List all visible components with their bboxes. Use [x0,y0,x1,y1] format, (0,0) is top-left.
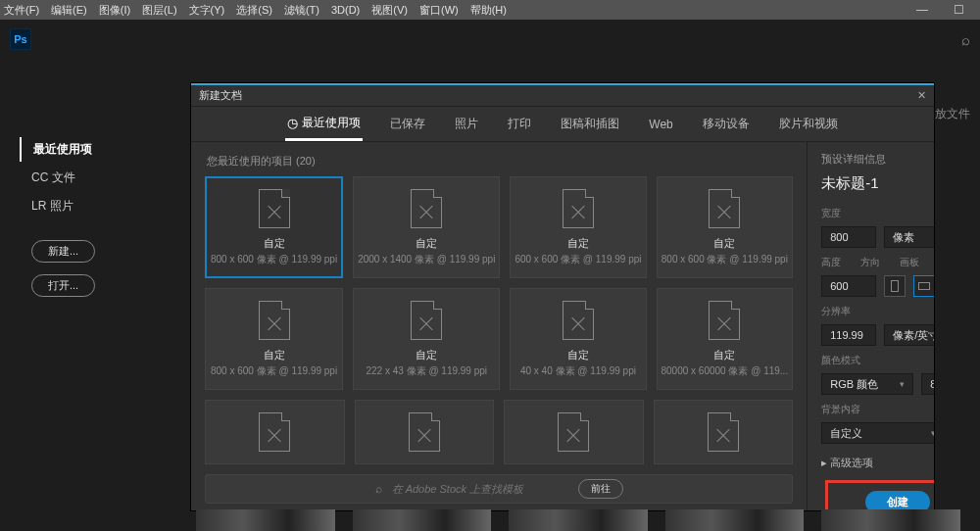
create-button[interactable]: 创建 [865,491,930,510]
search-icon: ⌕ [375,482,382,496]
bit-depth-select[interactable]: 8 位▾ [921,373,934,395]
preset-grid: 自定800 x 600 像素 @ 119.99 ppi 自定2000 x 140… [205,176,793,390]
orientation-portrait[interactable] [884,275,906,297]
tab-photo[interactable]: 照片 [453,107,480,141]
sidebar-item-recent[interactable]: 最近使用项 [20,137,167,162]
recent-label: 您最近使用的项目 (20) [207,154,793,169]
drop-hint: 放文件 [935,106,970,122]
create-highlight: 创建 [825,480,934,510]
advanced-toggle[interactable]: ▸ 高级选项 [821,456,934,470]
preset-card[interactable]: 自定2000 x 1400 像素 @ 119.99 ppi [353,176,500,278]
tab-web[interactable]: Web [647,107,674,141]
menu-image[interactable]: 图像(I) [99,3,130,18]
close-icon[interactable]: ✕ [917,89,926,102]
height-input[interactable]: 600 [821,275,876,297]
color-mode-select[interactable]: RGB 颜色▾ [821,373,913,395]
preset-card[interactable]: 自定40 x 40 像素 @ 119.99 ppi [510,288,646,390]
category-tabs: ◷最近使用项 已保存 照片 打印 图稿和插图 Web 移动设备 胶片和视频 [191,107,934,142]
resolution-label: 分辨率 [821,305,934,318]
details-header: 预设详细信息 [821,152,934,167]
sidebar-item-cc[interactable]: CC 文件 [20,166,167,190]
stock-search-bar: ⌕ 前往 [205,474,793,504]
stock-search-input[interactable] [392,483,568,495]
tab-recent[interactable]: ◷最近使用项 [285,107,363,141]
background-thumbnails [176,509,980,531]
menu-view[interactable]: 视图(V) [371,3,408,18]
presets-area: 您最近使用的项目 (20) 自定800 x 600 像素 @ 119.99 pp… [191,142,808,510]
width-input[interactable]: 800 [821,226,876,248]
menu-edit[interactable]: 编辑(E) [51,3,87,18]
menu-layer[interactable]: 图层(L) [142,3,176,18]
tab-saved[interactable]: 已保存 [388,107,427,141]
tab-mobile[interactable]: 移动设备 [701,107,752,141]
preset-card[interactable]: 自定80000 x 60000 像素 @ 119... [657,288,794,390]
background-select[interactable]: 自定义▾ [821,422,934,444]
background-label: 背景内容 [821,403,934,416]
orientation-label: 方向 [860,256,880,269]
menu-filter[interactable]: 滤镜(T) [284,3,319,18]
orientation-landscape[interactable] [913,275,934,297]
menu-type[interactable]: 文字(Y) [189,3,225,18]
logo-row: Ps ⌕ [0,20,980,59]
preset-card[interactable]: 自定222 x 43 像素 @ 119.99 ppi [353,288,500,390]
search-icon[interactable]: ⌕ [961,31,970,48]
app-logo: Ps [10,28,31,50]
maximize-icon[interactable]: ☐ [954,3,964,17]
document-name[interactable]: 未标题-1 [821,174,878,193]
preset-card[interactable]: 自定800 x 600 像素 @ 119.99 ppi [205,176,343,278]
tab-art[interactable]: 图稿和插图 [559,107,621,141]
new-document-dialog: 新建文档 ✕ ◷最近使用项 已保存 照片 打印 图稿和插图 Web 移动设备 胶… [191,83,934,510]
preset-card[interactable] [654,400,794,464]
new-button[interactable]: 新建... [31,240,95,263]
preset-details: 预设详细信息 未标题-1 ⬇ 宽度 800 像素▾ 高度 方向 画板 600 [808,142,934,510]
menu-file[interactable]: 文件(F) [4,3,39,18]
color-mode-label: 颜色模式 [821,354,934,367]
tab-print[interactable]: 打印 [506,107,533,141]
preset-card[interactable]: 自定800 x 600 像素 @ 119.99 ppi [657,176,794,278]
preset-card[interactable] [355,400,495,464]
menu-help[interactable]: 帮助(H) [470,3,507,18]
menu-3d[interactable]: 3D(D) [331,4,360,16]
menu-window[interactable]: 窗口(W) [419,3,459,18]
menu-bar: 文件(F) 编辑(E) 图像(I) 图层(L) 文字(Y) 选择(S) 滤镜(T… [0,0,980,20]
preset-card[interactable]: 自定800 x 600 像素 @ 119.99 ppi [205,288,343,390]
go-button[interactable]: 前往 [578,479,623,499]
unit-select[interactable]: 像素▾ [884,226,934,248]
preset-card[interactable] [504,400,644,464]
width-label: 宽度 [821,207,934,220]
resolution-unit-select[interactable]: 像素/英寸▾ [884,324,934,346]
artboard-label: 画板 [900,256,919,269]
tab-film[interactable]: 胶片和视频 [777,107,840,141]
resolution-input[interactable]: 119.99 [821,324,876,346]
preset-card[interactable] [205,400,345,464]
dialog-title: 新建文档 [199,88,242,103]
open-button[interactable]: 打开... [31,274,95,297]
preset-card[interactable]: 自定600 x 600 像素 @ 119.99 ppi [510,176,646,278]
home-sidebar: 最近使用项 CC 文件 LR 照片 新建... 打开... [20,137,167,303]
minimize-icon[interactable]: — [916,3,928,17]
sidebar-item-lr[interactable]: LR 照片 [20,194,167,218]
height-label: 高度 [821,256,841,269]
menu-select[interactable]: 选择(S) [236,3,272,18]
